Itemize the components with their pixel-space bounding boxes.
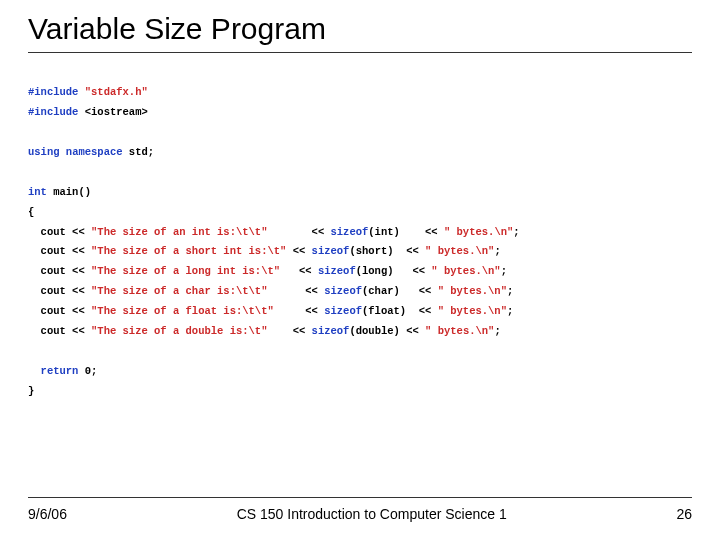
p-double: (double) — [349, 325, 399, 337]
txt-std: std; — [129, 146, 154, 158]
txt-semi: ; — [501, 265, 507, 277]
str-int: "The size of an int is:\t\t" — [91, 226, 267, 238]
txt-ltlt: << — [305, 285, 318, 297]
txt-main: main() — [53, 186, 91, 198]
kw-include: #include — [28, 86, 78, 98]
footer-course: CS 150 Introduction to Computer Science … — [67, 506, 676, 522]
title-underline — [28, 52, 692, 53]
kw-namespace: namespace — [66, 146, 123, 158]
txt-zero: 0; — [85, 365, 98, 377]
str-char: "The size of a char is:\t\t" — [91, 285, 267, 297]
kw-sizeof: sizeof — [312, 245, 350, 257]
txt-semi: ; — [494, 325, 500, 337]
txt-lbrace: { — [28, 206, 34, 218]
str-bytes: " bytes.\n" — [425, 245, 494, 257]
str-stdafx: "stdafx.h" — [85, 86, 148, 98]
txt-ltlt: << — [419, 285, 432, 297]
footer-date: 9/6/06 — [28, 506, 67, 522]
p-char: (char) — [362, 285, 400, 297]
spacer — [28, 402, 692, 497]
p-int: (int) — [368, 226, 400, 238]
txt-ltlt: << — [312, 226, 325, 238]
kw-sizeof: sizeof — [318, 265, 356, 277]
txt-ltlt: << — [305, 305, 318, 317]
str-bytes: " bytes.\n" — [438, 285, 507, 297]
str-bytes: " bytes.\n" — [444, 226, 513, 238]
code-block: #include "stdafx.h" #include <iostream> … — [28, 63, 692, 402]
str-float: "The size of a float is:\t\t" — [91, 305, 274, 317]
txt-semi: ; — [507, 285, 513, 297]
txt-cout: cout << — [41, 285, 85, 297]
p-long: (long) — [356, 265, 394, 277]
txt-ltlt: << — [406, 245, 419, 257]
txt-semi: ; — [494, 245, 500, 257]
txt-ltlt: << — [299, 265, 312, 277]
str-long: "The size of a long int is:\t" — [91, 265, 280, 277]
kw-using: using — [28, 146, 60, 158]
txt-rbrace: } — [28, 385, 34, 397]
kw-sizeof: sizeof — [312, 325, 350, 337]
txt-ltlt: << — [419, 305, 432, 317]
kw-int: int — [28, 186, 47, 198]
kw-sizeof: sizeof — [324, 285, 362, 297]
str-short: "The size of a short int is:\t" — [91, 245, 286, 257]
txt-ltlt: << — [425, 226, 438, 238]
txt-cout: cout << — [41, 325, 85, 337]
txt-iostream: <iostream> — [85, 106, 148, 118]
kw-return: return — [41, 365, 79, 377]
txt-ltlt: << — [293, 245, 306, 257]
txt-cout: cout << — [41, 245, 85, 257]
p-short: (short) — [349, 245, 393, 257]
p-float: (float) — [362, 305, 406, 317]
txt-semi: ; — [507, 305, 513, 317]
page-title: Variable Size Program — [28, 12, 692, 46]
txt-cout: cout << — [41, 226, 85, 238]
kw-sizeof: sizeof — [331, 226, 369, 238]
txt-cout: cout << — [41, 265, 85, 277]
txt-cout: cout << — [41, 305, 85, 317]
kw-include: #include — [28, 106, 78, 118]
txt-semi: ; — [513, 226, 519, 238]
txt-ltlt: << — [406, 325, 419, 337]
footer-page: 26 — [676, 506, 692, 522]
str-double: "The size of a double is:\t" — [91, 325, 267, 337]
str-bytes: " bytes.\n" — [438, 305, 507, 317]
footer: 9/6/06 CS 150 Introduction to Computer S… — [28, 497, 692, 540]
str-bytes: " bytes.\n" — [425, 325, 494, 337]
str-bytes: " bytes.\n" — [431, 265, 500, 277]
kw-sizeof: sizeof — [324, 305, 362, 317]
txt-ltlt: << — [293, 325, 306, 337]
txt-ltlt: << — [412, 265, 425, 277]
